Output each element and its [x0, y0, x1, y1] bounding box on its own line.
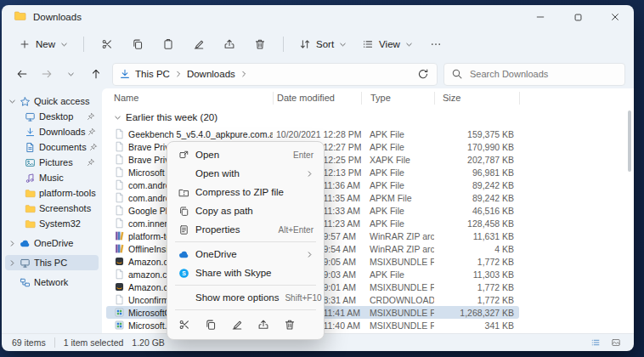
- sidebar-item-downloads[interactable]: Downloads: [5, 124, 99, 139]
- search-input[interactable]: [468, 68, 618, 80]
- sidebar-item-label: platform-tools: [39, 188, 96, 198]
- monitor-icon: [24, 111, 37, 122]
- back-button[interactable]: [10, 63, 33, 85]
- chevron-right-icon[interactable]: [238, 70, 250, 78]
- sidebar-item-network[interactable]: Network: [5, 275, 99, 290]
- file-row[interactable]: Geekbench 5_v5.4.0_apkpure.com.apk 10/20…: [106, 128, 519, 140]
- minimize-button[interactable]: [522, 5, 559, 29]
- downloads-location-icon: [119, 68, 131, 80]
- context-menu-item-share-with-skype[interactable]: S Share with Skype: [171, 264, 320, 282]
- file-size: 1,268,327 KB: [434, 308, 519, 318]
- file-file-icon: [113, 192, 126, 203]
- menu-item-label: Share with Skype: [195, 268, 272, 278]
- file-type: MSIXBUNDLE File: [361, 282, 434, 292]
- maximize-button[interactable]: [559, 5, 596, 29]
- sidebar-item-platform-tools[interactable]: platform-tools: [5, 185, 99, 201]
- context-menu-item-compress-to-zip-file[interactable]: Compress to ZIP file: [171, 183, 320, 201]
- context-menu-item-copy-as-path[interactable]: Copy as path: [171, 201, 320, 220]
- breadcrumb-item-this-pc[interactable]: This PC: [133, 69, 172, 79]
- context-menu-item-show-more-options[interactable]: Show more options Shift+F10: [171, 288, 320, 307]
- file-type: APK File: [361, 206, 434, 216]
- file-date-modified: 10/20/2021 12:28 PM: [273, 129, 361, 139]
- rename-button[interactable]: [225, 315, 248, 336]
- share-icon: [257, 319, 269, 333]
- more-options-button[interactable]: [421, 31, 450, 57]
- delete-button[interactable]: [278, 315, 301, 336]
- column-header-name[interactable]: Name: [106, 92, 273, 105]
- refresh-button[interactable]: [415, 66, 431, 82]
- sidebar-item-system32[interactable]: System32: [5, 216, 99, 231]
- menu-item-shortcut: Alt+Enter: [279, 225, 314, 235]
- chevron-icon[interactable]: [8, 259, 16, 267]
- sort-button-label: Sort: [316, 39, 334, 49]
- file-size: 341 KB: [434, 320, 519, 331]
- chevron-icon[interactable]: [8, 240, 16, 247]
- context-menu-item-properties[interactable]: Properties Alt+Enter: [171, 220, 320, 239]
- cloud-icon: [19, 238, 31, 249]
- chevron-right-icon[interactable]: [172, 70, 184, 78]
- chevron-icon[interactable]: [8, 98, 16, 105]
- rename-button[interactable]: [184, 31, 213, 57]
- up-button[interactable]: [84, 63, 107, 85]
- items-count: 69 items: [12, 337, 46, 348]
- sidebar-item-music[interactable]: Music: [5, 170, 99, 185]
- file-file-icon: [113, 141, 126, 152]
- menu-item-label: Show more options: [195, 292, 279, 303]
- file-type: APK File: [361, 269, 434, 280]
- toolbar-divider: [83, 37, 84, 52]
- paste-button[interactable]: [154, 31, 183, 57]
- sort-button[interactable]: Sort: [292, 31, 353, 57]
- group-header[interactable]: Earlier this week (20): [106, 107, 634, 128]
- skype-icon: S: [178, 268, 189, 279]
- rename-icon: [231, 319, 243, 333]
- new-button[interactable]: New: [12, 31, 75, 57]
- column-header-size[interactable]: Size: [434, 92, 519, 105]
- file-size: 4 KB: [434, 244, 519, 254]
- sidebar-item-label: Documents: [39, 142, 87, 152]
- sidebar-item-label: System32: [39, 218, 81, 229]
- view-button[interactable]: View: [355, 31, 420, 57]
- context-menu-item-open-with[interactable]: Open with: [171, 164, 320, 183]
- folder-icon: [14, 9, 26, 26]
- menu-item-label: Copy as path: [195, 206, 253, 216]
- cut-button[interactable]: [93, 31, 121, 57]
- sidebar-item-quick-access[interactable]: Quick access: [5, 94, 99, 109]
- copy-button[interactable]: [123, 31, 152, 57]
- chevron-down-icon: [405, 41, 413, 48]
- ellipsis-icon: [430, 38, 442, 50]
- pin-icon: [87, 158, 95, 167]
- share-button[interactable]: [215, 31, 244, 57]
- file-size: 170,990 KB: [434, 142, 519, 152]
- sidebar-item-label: Music: [39, 173, 64, 183]
- sidebar-item-desktop[interactable]: Desktop: [5, 109, 99, 124]
- large-icons-view-button[interactable]: [608, 337, 624, 348]
- darkapp-file-icon: [113, 281, 126, 292]
- delete-button[interactable]: [246, 31, 274, 57]
- pin-icon: [89, 143, 98, 151]
- breadcrumb-item-downloads[interactable]: Downloads: [184, 69, 238, 79]
- search-box: [443, 63, 625, 86]
- column-header-type[interactable]: Type: [361, 92, 434, 105]
- context-menu-item-onedrive[interactable]: OneDrive: [171, 245, 320, 264]
- sidebar-item-pictures[interactable]: Pictures: [5, 155, 99, 170]
- column-header-date-modified[interactable]: Date modified: [273, 92, 361, 105]
- cut-button[interactable]: [172, 315, 195, 336]
- vertical-scrollbar[interactable]: [628, 110, 631, 172]
- sidebar-item-label: Pictures: [39, 157, 73, 167]
- address-bar[interactable]: This PCDownloads: [112, 63, 438, 86]
- sidebar-item-this-pc[interactable]: This PC: [5, 255, 99, 270]
- context-menu-item-open[interactable]: Open Enter: [171, 145, 320, 164]
- pin-icon: [87, 112, 95, 121]
- sidebar-item-documents[interactable]: Documents: [5, 139, 99, 155]
- share-button[interactable]: [251, 315, 274, 336]
- document-icon: [24, 142, 37, 153]
- sidebar-item-onedrive[interactable]: OneDrive: [5, 235, 99, 251]
- rar-file-icon: [113, 243, 126, 254]
- pin-icon: [88, 128, 96, 136]
- recent-locations-button[interactable]: [59, 63, 82, 85]
- details-view-button[interactable]: [588, 337, 603, 348]
- copy-button[interactable]: [199, 315, 222, 336]
- sidebar-item-screenshots[interactable]: Screenshots: [5, 201, 99, 216]
- forward-button[interactable]: [35, 63, 58, 85]
- close-button[interactable]: [596, 5, 634, 29]
